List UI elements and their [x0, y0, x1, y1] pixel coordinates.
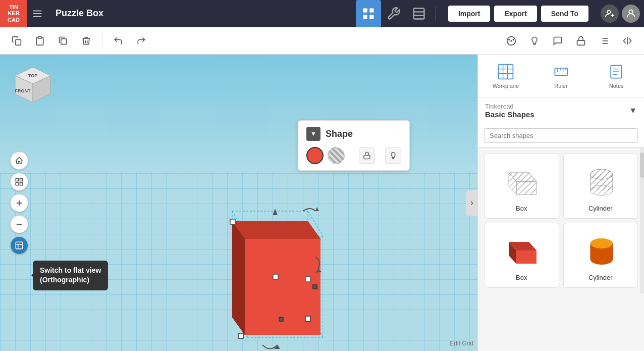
paste-button[interactable] — [29, 30, 50, 52]
viewport-toggle-chevron[interactable]: › — [466, 190, 477, 216]
delete-button[interactable] — [76, 30, 97, 52]
grid-view-button[interactable] — [356, 0, 381, 27]
menu-icon[interactable] — [27, 0, 47, 27]
shape-item-cylinder-orange[interactable]: Cylinder — [563, 223, 638, 288]
svg-point-19 — [509, 39, 510, 40]
shapes-header: Tinkercad Basic Shapes ▼ — [478, 97, 644, 124]
svg-rect-14 — [16, 39, 21, 45]
svg-point-18 — [511, 40, 512, 41]
community-button[interactable] — [501, 30, 522, 52]
svg-point-104 — [591, 238, 613, 248]
shape-label-cylinder-orange: Cylinder — [588, 274, 613, 281]
shapes-dropdown-arrow[interactable]: ▼ — [629, 106, 637, 115]
svg-text:TOP: TOP — [28, 73, 37, 78]
svg-rect-41 — [16, 242, 23, 249]
help-button[interactable] — [547, 30, 568, 52]
svg-text:FRONT: FRONT — [15, 88, 31, 93]
viewport[interactable]: TOP FRONT — [0, 55, 477, 351]
fit-view-button[interactable] — [10, 173, 28, 191]
color-red-button[interactable] — [306, 147, 324, 164]
lock-shape-button[interactable] — [359, 147, 375, 164]
svg-rect-21 — [577, 40, 585, 45]
layers-button[interactable] — [406, 0, 432, 27]
svg-point-13 — [629, 10, 632, 13]
shape-label-cylinder: Cylinder — [588, 205, 613, 212]
copy-button[interactable] — [6, 30, 27, 52]
svg-marker-72 — [315, 207, 319, 211]
right-panel: Workplane Ruler Notes — [477, 55, 644, 351]
svg-rect-34 — [16, 178, 18, 181]
notes-tool[interactable]: Notes — [588, 59, 644, 93]
light-shape-button[interactable] — [385, 147, 401, 164]
shape-item-box-gray[interactable]: Box — [484, 154, 559, 219]
shape-panel: ▼ Shape — [298, 120, 410, 171]
svg-point-10 — [607, 10, 611, 14]
add-user-button[interactable] — [601, 5, 619, 23]
align-button[interactable] — [594, 30, 615, 52]
svg-rect-6 — [369, 15, 373, 19]
svg-rect-70 — [313, 285, 317, 289]
home-view-button[interactable] — [10, 152, 28, 170]
shape-panel-chevron[interactable]: ▼ — [306, 127, 320, 141]
svg-marker-64 — [273, 209, 278, 215]
svg-rect-66 — [305, 277, 310, 282]
svg-rect-5 — [363, 15, 367, 19]
redo-button[interactable] — [131, 30, 152, 52]
svg-marker-62 — [232, 221, 320, 239]
zoom-out-button[interactable] — [10, 215, 28, 233]
tools-button[interactable] — [381, 0, 406, 27]
svg-rect-67 — [305, 316, 310, 321]
shape-item-cylinder-gray[interactable]: Cylinder — [563, 154, 638, 219]
svg-rect-15 — [38, 36, 42, 38]
workplane-tool[interactable]: Workplane — [478, 59, 533, 93]
svg-point-20 — [513, 39, 514, 40]
svg-rect-44 — [364, 155, 370, 159]
3d-box[interactable] — [182, 196, 323, 351]
svg-rect-65 — [273, 274, 278, 279]
svg-rect-75 — [498, 65, 513, 79]
shape-item-box-red[interactable]: Box — [484, 223, 559, 288]
send-to-button[interactable]: Send To — [541, 6, 588, 22]
svg-marker-63 — [232, 221, 245, 335]
svg-rect-71 — [279, 317, 283, 321]
lock-button[interactable] — [570, 30, 592, 52]
svg-marker-101 — [516, 250, 536, 264]
hints-button[interactable] — [524, 30, 545, 52]
svg-rect-4 — [369, 8, 373, 12]
duplicate-button[interactable] — [52, 30, 74, 52]
svg-point-105 — [591, 255, 613, 265]
project-title: Puzzle Box — [47, 8, 209, 19]
import-button[interactable]: Import — [448, 6, 491, 22]
shapes-grid: Box Cylinder — [478, 147, 644, 294]
shape-panel-title: Shape — [326, 129, 353, 139]
shapes-category: Tinkercad — [485, 103, 534, 110]
svg-rect-16 — [61, 38, 67, 44]
ruler-tool[interactable]: Ruler — [533, 59, 589, 93]
edit-grid-label: Edit Grid — [450, 340, 473, 347]
svg-point-96 — [591, 185, 613, 195]
svg-rect-35 — [20, 178, 23, 181]
zoom-in-button[interactable] — [10, 194, 28, 212]
export-button[interactable]: Export — [494, 6, 536, 22]
view-mode-button[interactable] — [10, 236, 28, 255]
tinkercad-logo[interactable]: TINKERCAD — [0, 0, 27, 27]
color-hole-button[interactable] — [328, 147, 345, 164]
shape-label-box: Box — [516, 205, 527, 212]
svg-rect-36 — [16, 182, 18, 185]
svg-rect-7 — [413, 8, 424, 19]
shape-label-box-red: Box — [516, 274, 527, 281]
svg-rect-68 — [238, 333, 243, 338]
svg-rect-37 — [20, 182, 23, 185]
user-avatar[interactable] — [622, 5, 640, 23]
search-shapes-input[interactable] — [484, 128, 638, 143]
shapes-title: Basic Shapes — [485, 110, 534, 119]
mirror-button[interactable] — [617, 30, 638, 52]
svg-marker-92 — [516, 181, 536, 194]
svg-rect-69 — [230, 219, 235, 224]
svg-rect-3 — [363, 8, 367, 12]
orientation-cube[interactable]: TOP FRONT — [10, 65, 56, 105]
undo-button[interactable] — [108, 30, 129, 52]
